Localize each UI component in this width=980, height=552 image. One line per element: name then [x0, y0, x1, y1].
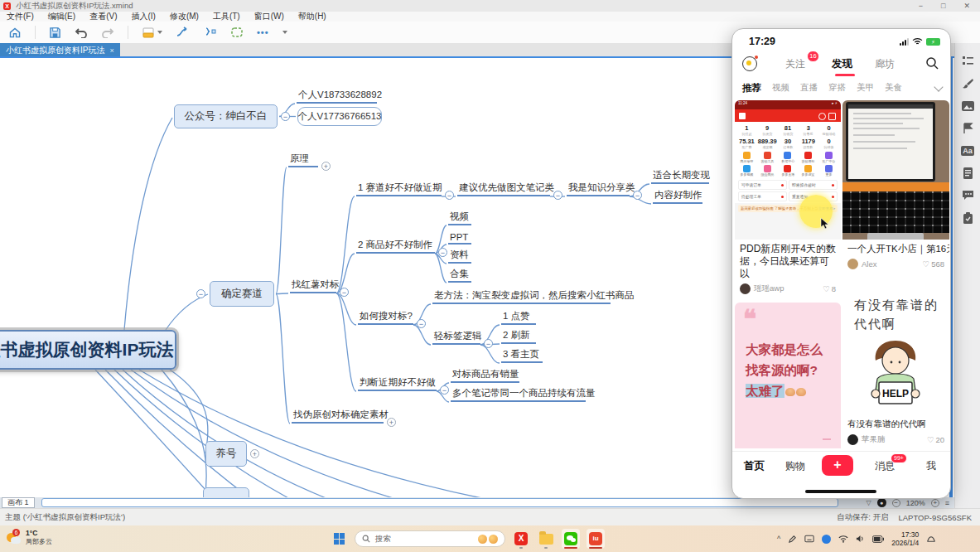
mindmap-node-gzh[interactable]: 公众号：绅白不白 [174, 104, 278, 128]
mindmap-node-kzy[interactable]: 3 看主页 [501, 351, 543, 363]
phone-mirror-window[interactable]: 17:29 ⚡ 关注 16 发现 廊坊 推荐视频直播穿搭美甲美食 [731, 28, 951, 499]
minimize-button[interactable]: − [919, 2, 923, 10]
mindmap-node-qbq[interactable]: 轻标签逻辑 [432, 331, 480, 345]
comment-icon[interactable] [961, 189, 975, 201]
note-card-pdd[interactable]: 11:24▸ ⚡ 1待付款9待发货81待收货3待售后0促销活动75.31推广费8… [735, 100, 841, 299]
relationship-icon[interactable] [176, 27, 191, 38]
note-card-tk[interactable]: 一个人开TK小店｜第16天 Alex ♡568 [842, 100, 949, 274]
task-clipboard-icon[interactable] [961, 211, 975, 224]
marker-flag-icon[interactable] [961, 122, 975, 134]
branch-expander-icon[interactable]: + [250, 449, 259, 458]
pdd-app-icon[interactable]: 推广中台 [818, 152, 839, 163]
volume-icon[interactable] [856, 535, 865, 543]
menu-item[interactable]: 修改(M) [170, 11, 199, 22]
mindmap-node-panduan[interactable]: 判断近期好不好做 [358, 377, 437, 391]
branch-expander-icon[interactable]: − [281, 112, 290, 121]
mindmap-node-ppt[interactable]: PPT [448, 232, 471, 245]
mindmap-node-shipin[interactable]: 视频 [448, 213, 471, 225]
tab-follow[interactable]: 关注 [785, 57, 805, 71]
maximize-button[interactable]: □ [941, 2, 945, 10]
mindmap-node-shihe[interactable]: 适合长期变现 [651, 170, 709, 184]
sheet-icon[interactable] [142, 27, 162, 39]
zoom-menu-icon[interactable]: ≡ [945, 499, 949, 507]
mindmap-node-yanghao[interactable]: 养号 [205, 441, 247, 467]
mindmap-node-heji[interactable]: 合集 [448, 270, 471, 283]
branch-expander-icon[interactable]: − [445, 191, 454, 200]
mindmap-node-v1[interactable]: 个人V18733628892 [297, 90, 377, 104]
notes-icon[interactable] [961, 167, 975, 179]
mindmap-node-duoge[interactable]: 多个笔记带同一个商品持续有流量 [451, 390, 586, 402]
save-icon[interactable] [49, 27, 61, 39]
mindmap-node-zhaowei[interactable]: 找伪原创对标确定素材 [292, 409, 384, 424]
branch-expander-icon[interactable]: + [387, 418, 396, 427]
branch-expander-icon[interactable]: − [440, 385, 449, 395]
boundary-icon[interactable] [230, 27, 244, 38]
mindmap-node-ruhe[interactable]: 如何搜对标? [358, 311, 413, 325]
battery-icon[interactable] [872, 535, 884, 543]
outline-panel-icon[interactable] [961, 55, 975, 67]
category-tab[interactable]: 视频 [772, 82, 789, 94]
mindmap-node-v2[interactable]: 个人V17736766513 [297, 107, 382, 126]
mindmap-node-queding[interactable]: 确定赛道 [210, 281, 274, 307]
mindmap-node-woshi[interactable]: 我是知识分享类 [567, 182, 630, 196]
mindmap-node-zhaohs[interactable]: 找红薯对标 [290, 279, 336, 293]
categories-chevron-down-icon[interactable] [934, 82, 943, 91]
menu-item[interactable]: 窗口(W) [254, 11, 284, 22]
branch-expander-icon[interactable]: − [196, 289, 205, 298]
heart-icon[interactable]: ♡ [923, 259, 930, 269]
pdd-app-icon[interactable]: 综合商品 [757, 165, 778, 177]
horizontal-scrollbar[interactable] [41, 498, 838, 507]
mindmap-node-dz[interactable]: 1 点赞 [501, 312, 536, 325]
insert-image-icon[interactable] [961, 99, 975, 112]
category-tab[interactable]: 美食 [885, 82, 902, 94]
taskbar-app-xmind[interactable]: X [512, 529, 530, 549]
more-tools-icon[interactable]: ••• [257, 27, 269, 37]
category-tab[interactable]: 直播 [800, 82, 818, 94]
home-icon[interactable] [8, 27, 22, 39]
nav-me[interactable]: 我 [926, 459, 936, 473]
avatar[interactable] [847, 434, 858, 445]
wifi-icon[interactable] [838, 535, 848, 543]
mindmap-node-laoff[interactable]: 老方法：淘宝裂变虚拟词，然后搜索小红书商品 [432, 290, 611, 304]
note-title[interactable]: PDD新店刚开4天的数据，今日战果还算可以 [735, 240, 841, 282]
branch-expander-icon[interactable]: + [321, 162, 331, 171]
pdd-app-icon[interactable]: 多多直播 [778, 165, 799, 177]
sheet-tab[interactable]: 画布 1 [2, 497, 35, 508]
mindmap-node-root[interactable]: 小红书虚拟原创资料IP玩法 [0, 330, 176, 370]
taskbar-clock[interactable]: 17:30 2026/1/4 [891, 530, 919, 547]
pdd-app-icon[interactable]: 多多视频 [736, 165, 757, 177]
branch-expander-icon[interactable]: − [633, 191, 642, 200]
taskbar-app-explorer[interactable] [537, 529, 555, 549]
mindmap-node-n2[interactable]: 2 商品好不好制作 [356, 240, 435, 254]
branch-expander-icon[interactable]: − [484, 339, 493, 348]
menu-item[interactable]: 帮助(H) [298, 11, 326, 22]
taskbar-weather-widget[interactable]: 6 1°C 局部多云 [7, 529, 52, 546]
menu-item[interactable]: 文件(F) [7, 11, 34, 22]
note-title[interactable]: 一个人开TK小店｜第16天 [842, 240, 949, 257]
publish-button[interactable]: + [822, 455, 853, 476]
windows-start-button[interactable] [334, 533, 345, 545]
tab-mindmap[interactable]: 小红书虚拟原创资料IP玩法 × [0, 43, 120, 56]
avatar[interactable] [740, 283, 751, 294]
mindmap-node-neirong[interactable]: 内容好制作 [653, 190, 702, 204]
tab-close-icon[interactable]: × [109, 46, 113, 55]
tray-ime-icon[interactable] [804, 535, 814, 543]
phone-search-icon[interactable] [925, 56, 939, 73]
tray-pen-icon[interactable] [788, 535, 797, 544]
nav-shop[interactable]: 购物 [785, 459, 805, 473]
heart-icon[interactable]: ♡ [823, 284, 830, 293]
tray-expand-icon[interactable]: ^ [777, 535, 780, 543]
pdd-app-icon[interactable]: 营销通知 [798, 152, 818, 163]
tray-app-icon[interactable] [822, 535, 831, 544]
pdd-app-icon[interactable]: 数据中心 [778, 152, 799, 163]
font-style-icon[interactable]: Aa [961, 144, 975, 157]
summary-icon[interactable] [204, 27, 217, 38]
avatar[interactable] [847, 259, 858, 269]
mindmap-node-n1[interactable]: 1 赛道好不好做近期 [356, 182, 442, 196]
note-author[interactable]: 瑶瑶awp [754, 283, 784, 294]
branch-expander-icon[interactable]: − [417, 319, 426, 328]
note-author[interactable]: 苹果腩 [862, 434, 886, 445]
note-title[interactable]: 有没有靠谱的代代啊 [842, 415, 949, 433]
menu-item[interactable]: 工具(T) [213, 11, 240, 22]
taskbar-app-wechat[interactable] [562, 529, 580, 549]
